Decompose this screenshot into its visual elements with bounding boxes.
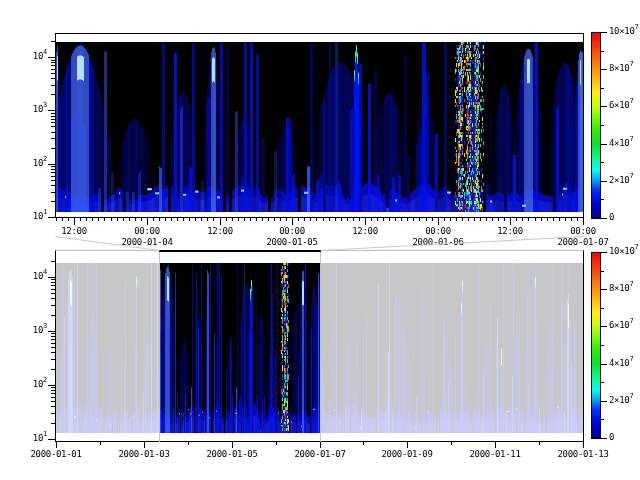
tick-mark xyxy=(188,442,189,445)
tick-mark xyxy=(601,252,607,253)
tick-mark xyxy=(310,218,311,221)
tick-mark xyxy=(51,78,55,79)
tick-mark xyxy=(51,126,55,127)
tick-mark xyxy=(601,162,604,163)
colorbar-tick-label: 10×107 xyxy=(609,247,639,256)
tick-mark xyxy=(51,315,55,316)
tick-mark xyxy=(51,166,55,167)
time-tick-label: 00:00 xyxy=(425,226,451,236)
colorbar-tick-label: 6×107 xyxy=(609,321,633,330)
tick-mark xyxy=(480,218,481,221)
tick-mark xyxy=(48,331,55,332)
date-tick-label: 2000-01-07 xyxy=(294,449,345,459)
colorbar-tick-label: 4×107 xyxy=(609,359,633,368)
tick-mark xyxy=(51,285,55,286)
date-tick-label: 2000-01-07 xyxy=(557,237,608,247)
tick-mark xyxy=(153,218,154,221)
colorbar-tick-label: 0 xyxy=(609,433,614,442)
tick-mark xyxy=(426,218,427,221)
tick-mark xyxy=(583,218,584,225)
tick-mark xyxy=(68,218,69,221)
tick-mark xyxy=(419,218,420,221)
tick-mark xyxy=(104,218,105,221)
tick-mark xyxy=(220,218,221,225)
tick-mark xyxy=(51,201,55,202)
tick-mark xyxy=(547,218,548,221)
tick-mark xyxy=(601,125,604,126)
tick-mark xyxy=(298,218,299,221)
tick-mark xyxy=(601,382,604,383)
tick-mark xyxy=(62,218,63,221)
tick-mark xyxy=(201,218,202,221)
tick-mark xyxy=(462,218,463,221)
tick-mark xyxy=(522,218,523,221)
tick-mark xyxy=(51,333,55,334)
tick-mark xyxy=(486,218,487,221)
tick-mark xyxy=(51,73,55,74)
tick-mark xyxy=(51,347,55,348)
tick-mark xyxy=(347,218,348,221)
time-tick-label: 12:00 xyxy=(497,226,523,236)
tick-mark xyxy=(601,32,607,33)
tick-mark xyxy=(407,442,408,448)
tick-mark xyxy=(451,442,452,445)
y-tick-label: 103 xyxy=(13,105,47,114)
tick-mark xyxy=(51,192,55,193)
tick-mark xyxy=(232,442,233,448)
tick-mark xyxy=(601,144,607,145)
tick-mark xyxy=(51,180,55,181)
tick-mark xyxy=(601,364,607,365)
tick-mark xyxy=(51,185,55,186)
tick-mark xyxy=(100,442,101,445)
tick-mark xyxy=(51,138,55,139)
tick-mark xyxy=(377,218,378,221)
y-tick-label: 101 xyxy=(13,434,47,443)
tick-mark xyxy=(320,442,321,448)
tick-mark xyxy=(329,218,330,221)
tick-mark xyxy=(539,442,540,445)
y-tick-label: 103 xyxy=(13,326,47,335)
detail-spectrogram-canvas[interactable] xyxy=(56,42,583,212)
tick-mark xyxy=(51,397,55,398)
tick-mark xyxy=(601,218,607,219)
time-tick-label: 12:00 xyxy=(352,226,378,236)
tick-mark xyxy=(51,423,55,424)
tick-mark xyxy=(276,442,277,445)
zoom-region-top-edge xyxy=(159,250,321,252)
time-tick-label: 00:00 xyxy=(279,226,305,236)
tick-mark xyxy=(48,110,55,111)
tick-mark xyxy=(492,218,493,221)
time-tick-label: 12:00 xyxy=(207,226,233,236)
tick-mark xyxy=(244,218,245,221)
tick-mark xyxy=(504,218,505,221)
tick-mark xyxy=(601,345,604,346)
time-tick-label: 00:00 xyxy=(134,226,160,236)
zoom-region-box[interactable] xyxy=(159,250,321,442)
tick-mark xyxy=(601,271,604,272)
tick-mark xyxy=(51,94,55,95)
tick-mark xyxy=(51,85,55,86)
tick-mark xyxy=(304,218,305,221)
tick-mark xyxy=(48,277,55,278)
tick-mark xyxy=(450,218,451,221)
tick-mark xyxy=(577,218,578,221)
time-tick-label: 12:00 xyxy=(61,226,87,236)
tick-mark xyxy=(51,390,55,391)
tick-mark xyxy=(601,69,607,70)
tick-mark xyxy=(268,218,269,221)
date-tick-label: 2000-01-05 xyxy=(206,449,257,459)
tick-mark xyxy=(51,69,55,70)
tick-mark xyxy=(256,218,257,221)
tick-mark xyxy=(371,218,372,221)
tick-mark xyxy=(51,298,55,299)
colorbar-tick-label: 2×107 xyxy=(609,396,633,405)
tick-mark xyxy=(363,442,364,445)
tick-mark xyxy=(262,218,263,221)
tick-mark xyxy=(365,218,366,225)
tick-mark xyxy=(51,60,55,61)
tick-mark xyxy=(165,218,166,221)
tick-mark xyxy=(432,218,433,221)
tick-mark xyxy=(51,387,55,388)
tick-mark xyxy=(495,442,496,448)
tick-mark xyxy=(226,218,227,221)
